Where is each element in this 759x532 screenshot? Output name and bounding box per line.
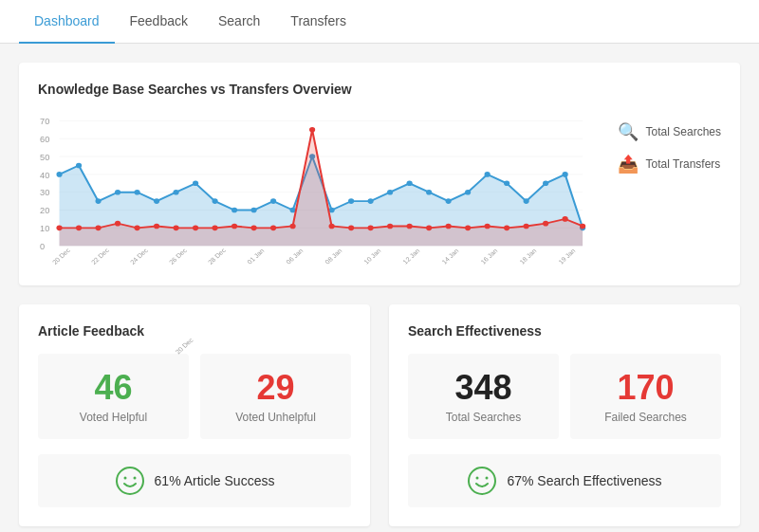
svg-point-18	[76, 163, 82, 169]
svg-point-92	[469, 468, 495, 494]
failed-searches-box: 170 Failed Searches	[570, 354, 721, 439]
svg-text:18 Jan: 18 Jan	[518, 248, 537, 266]
svg-point-27	[251, 208, 257, 213]
svg-point-57	[270, 226, 276, 231]
svg-text:60: 60	[40, 135, 49, 144]
legend-total-searches: 🔍 Total Searches	[618, 121, 721, 142]
tab-feedback[interactable]: Feedback	[115, 0, 203, 44]
svg-point-63	[387, 224, 393, 229]
voted-unhelpful-label: Voted Unhelpful	[215, 411, 336, 424]
article-success-banner: 61% Article Success	[38, 454, 351, 507]
page-wrapper: Dashboard Feedback Search Transfers Know…	[0, 0, 759, 532]
svg-point-56	[251, 226, 257, 231]
svg-point-24	[193, 180, 198, 186]
search-effectiveness-banner: 67% Search Effectiveness	[408, 454, 721, 507]
svg-point-53	[193, 226, 198, 231]
chart-legend: 🔍 Total Searches 📤 Total Transfers	[602, 112, 721, 174]
svg-point-60	[329, 224, 335, 229]
legend-transfers-label: Total Transfers	[646, 157, 721, 171]
svg-text:10 Jan: 10 Jan	[362, 248, 381, 266]
svg-point-68	[485, 224, 491, 229]
svg-point-89	[117, 468, 143, 494]
svg-point-51	[154, 224, 159, 229]
svg-text:22 Dec: 22 Dec	[90, 247, 111, 266]
svg-point-21	[134, 190, 139, 195]
svg-point-17	[56, 172, 62, 177]
svg-point-32	[348, 198, 354, 204]
svg-text:70: 70	[40, 118, 49, 127]
svg-text:30: 30	[40, 189, 49, 198]
search-stats-row: 348 Total Searches 170 Failed Searches	[408, 354, 721, 439]
svg-point-41	[524, 198, 529, 204]
svg-text:24 Dec: 24 Dec	[129, 247, 150, 266]
svg-point-90	[123, 476, 126, 479]
svg-point-28	[270, 198, 276, 204]
svg-point-37	[446, 198, 452, 204]
svg-point-25	[213, 198, 218, 204]
article-stats-row: 46 Voted Helpful 29 Voted Unhelpful	[38, 354, 351, 439]
svg-point-65	[426, 226, 432, 231]
smiley-icon-article	[115, 466, 145, 496]
voted-helpful-number: 46	[53, 369, 174, 407]
svg-point-73	[580, 224, 585, 229]
svg-point-62	[368, 226, 374, 231]
svg-point-36	[426, 190, 432, 195]
legend-total-transfers: 📤 Total Transfers	[618, 154, 721, 174]
svg-text:20 Dec: 20 Dec	[51, 247, 72, 266]
svg-point-67	[465, 226, 471, 231]
failed-searches-number: 170	[585, 369, 706, 407]
tab-bar: Dashboard Feedback Search Transfers	[0, 0, 759, 44]
svg-point-42	[543, 180, 548, 186]
svg-point-59	[309, 127, 315, 133]
chart-container: 70 60 50 40 30 20 10 0	[38, 112, 721, 266]
main-content: Knowledge Base Searches vs Transfers Ove…	[0, 44, 759, 532]
search-effectiveness-card: Search Effectiveness 348 Total Searches …	[389, 304, 740, 526]
svg-text:10: 10	[40, 224, 49, 233]
svg-point-23	[174, 190, 179, 195]
svg-point-19	[95, 198, 101, 204]
svg-point-47	[76, 226, 82, 231]
svg-point-52	[174, 226, 179, 231]
svg-point-35	[407, 180, 413, 186]
svg-text:01 Jan: 01 Jan	[246, 248, 265, 266]
transfer-icon: 📤	[618, 154, 639, 174]
svg-point-50	[134, 226, 139, 231]
svg-point-46	[56, 226, 62, 231]
svg-point-66	[446, 224, 452, 229]
svg-point-54	[213, 226, 218, 231]
svg-text:0: 0	[40, 242, 45, 251]
tab-transfers[interactable]: Transfers	[275, 0, 361, 44]
article-feedback-title: Article Feedback	[38, 323, 351, 339]
article-success-pct: 61% Article Success	[155, 473, 275, 488]
svg-point-33	[368, 198, 374, 204]
total-searches-number: 348	[423, 369, 544, 407]
svg-point-94	[486, 476, 489, 479]
voted-helpful-box: 46 Voted Helpful	[38, 354, 189, 439]
tab-dashboard[interactable]: Dashboard	[19, 0, 115, 44]
svg-point-70	[524, 224, 529, 229]
voted-unhelpful-number: 29	[215, 369, 336, 407]
tab-search[interactable]: Search	[203, 0, 275, 44]
svg-point-40	[504, 180, 509, 186]
svg-point-93	[476, 476, 479, 479]
svg-point-39	[485, 172, 491, 177]
svg-text:16 Jan: 16 Jan	[479, 248, 498, 266]
svg-point-69	[504, 226, 509, 231]
svg-point-58	[290, 224, 296, 229]
svg-point-72	[563, 216, 568, 222]
svg-point-22	[154, 198, 159, 204]
svg-point-43	[563, 172, 568, 177]
search-effectiveness-pct: 67% Search Effectiveness	[507, 473, 661, 488]
search-effectiveness-title: Search Effectiveness	[408, 323, 721, 339]
svg-point-38	[465, 190, 471, 195]
svg-point-55	[231, 224, 237, 229]
svg-point-49	[115, 221, 120, 227]
smiley-icon-search	[467, 466, 497, 496]
article-feedback-card: Article Feedback 46 Voted Helpful 29 Vot…	[19, 304, 370, 526]
legend-searches-label: Total Searches	[646, 125, 721, 138]
voted-unhelpful-box: 29 Voted Unhelpful	[200, 354, 351, 439]
svg-text:19 Jan: 19 Jan	[557, 248, 576, 266]
svg-text:12 Jan: 12 Jan	[401, 248, 420, 266]
svg-point-26	[231, 208, 237, 213]
cards-row: Article Feedback 46 Voted Helpful 29 Vot…	[19, 304, 740, 526]
